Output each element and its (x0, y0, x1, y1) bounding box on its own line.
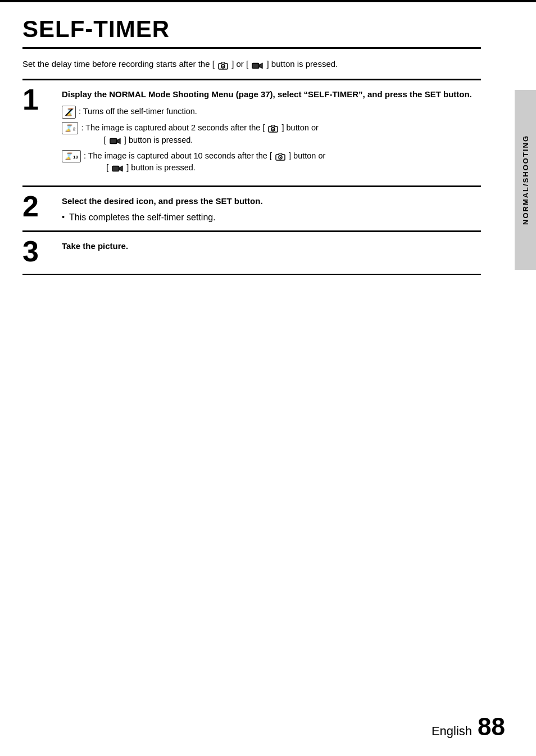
step-3-number: 3 (22, 237, 56, 266)
svg-rect-7 (271, 125, 275, 127)
step-1-heading: Display the NORMAL Mode Shooting Menu (p… (62, 88, 481, 100)
svg-rect-10 (110, 138, 117, 143)
timer-10-icon: ⌛10 (62, 150, 81, 162)
step-1-content: Display the NORMAL Mode Shooting Menu (p… (62, 88, 481, 178)
step-3-container: 3 Take the picture. (22, 230, 481, 274)
bottom-divider (22, 274, 481, 275)
step-1-number: 1 (22, 85, 56, 178)
timer-10-sub: 10 (73, 154, 78, 161)
svg-rect-16 (112, 166, 119, 171)
step-2-content: Select the desired icon, and press the S… (62, 195, 481, 223)
footer-page-number: 88 (478, 714, 505, 739)
main-content: SELF-TIMER Set the delay time before rec… (0, 0, 515, 297)
svg-point-15 (280, 156, 281, 157)
step-2-container: 2 Select the desired icon, and press the… (22, 185, 481, 230)
page-container: NORMAL/SHOOTING SELF-TIMER Set the delay… (0, 0, 536, 756)
svg-marker-5 (260, 63, 262, 68)
svg-rect-13 (279, 153, 282, 155)
svg-point-3 (222, 66, 224, 67)
icon-list-item-2-text: : The image is captured about 2 seconds … (81, 122, 318, 147)
timer-10-symbol: ⌛ (64, 151, 72, 161)
page-title: SELF-TIMER (22, 16, 481, 43)
svg-marker-17 (120, 166, 122, 171)
bullet-char-2: • (62, 212, 65, 221)
timer-2-symbol: ⌛ (64, 123, 72, 133)
icon-list-item-2: ⌛2 : The image is captured about 2 secon… (62, 122, 481, 147)
video-icon-step1-2 (110, 137, 121, 144)
svg-point-9 (272, 129, 274, 130)
step-2-bullet: • This completes the self-timer setting. (62, 212, 481, 223)
step-2-bullet-text: This completes the self-timer setting. (69, 212, 216, 223)
svg-marker-11 (117, 138, 120, 143)
icon-list-item-10: ⌛10 : The image is captured about 10 sec… (62, 150, 481, 175)
step-1-icon-list: ⌛ : Turns off the self-timer function. ⌛… (62, 106, 481, 175)
page-footer: English 88 (431, 714, 505, 739)
sidebar-tab-label: NORMAL/SHOOTING (521, 135, 530, 225)
intro-paragraph: Set the delay time before recording star… (22, 58, 481, 71)
timer-2-sub: 2 (73, 126, 75, 133)
video-icon-step1-10 (112, 164, 123, 172)
video-icon-intro (252, 61, 263, 69)
step-2-heading: Select the desired icon, and press the S… (62, 195, 481, 207)
step-1-container: 1 Display the NORMAL Mode Shooting Menu … (22, 79, 481, 186)
icon-list-item-10-text: : The image is captured about 10 seconds… (84, 150, 325, 175)
step-3-heading: Take the picture. (62, 240, 481, 252)
camera-icon-step1-2 (268, 124, 278, 132)
step-2-number: 2 (22, 192, 56, 223)
timer-off-icon: ⌛ (62, 106, 76, 119)
icon-list-item-off: ⌛ : Turns off the self-timer function. (62, 106, 481, 119)
camera-icon-step1-10 (275, 152, 285, 160)
top-border (0, 0, 536, 2)
icon-list-item-off-text: : Turns off the self-timer function. (79, 106, 197, 118)
footer-language: English (431, 724, 472, 739)
timer-2-icon: ⌛2 (62, 122, 78, 134)
title-divider (22, 47, 481, 49)
svg-rect-1 (221, 62, 225, 64)
svg-rect-4 (252, 63, 259, 68)
step-3-content: Take the picture. (62, 240, 481, 266)
camera-icon-intro (218, 61, 228, 69)
sidebar-tab: NORMAL/SHOOTING (515, 90, 536, 270)
